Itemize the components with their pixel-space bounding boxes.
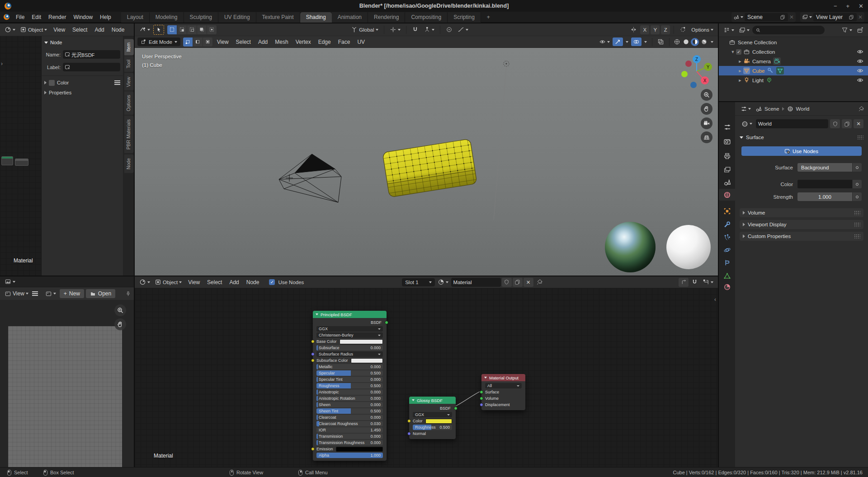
properties-tab-object[interactable]: [719, 205, 735, 217]
custom-properties-panel-header[interactable]: Custom Properties: [740, 232, 863, 241]
volume-panel-header[interactable]: Volume: [740, 208, 863, 217]
outliner-item-label[interactable]: Light: [752, 78, 764, 83]
eye-icon[interactable]: [857, 67, 863, 74]
outliner-row-scene-collection[interactable]: Scene Collection: [719, 37, 868, 47]
breadcrumb-world[interactable]: World: [796, 106, 810, 112]
camera-view-gizmo[interactable]: [701, 117, 712, 129]
ggx-row[interactable]: GGX: [413, 412, 452, 417]
pin-icon[interactable]: [534, 278, 545, 286]
properties-tab-physics[interactable]: [719, 244, 735, 256]
hdri-preview-sphere[interactable]: [605, 222, 656, 272]
overlays-toggle[interactable]: [631, 37, 642, 46]
select-extend-icon[interactable]: [177, 25, 187, 34]
editor-type-icon[interactable]: [3, 25, 17, 34]
copy-material-icon[interactable]: [513, 278, 523, 287]
workspace-tab-modeling[interactable]: Modeling: [150, 12, 184, 23]
vector-socket[interactable]: [407, 432, 411, 435]
copy-datablock-icon[interactable]: [842, 119, 852, 128]
mini-node-preview[interactable]: [15, 159, 28, 166]
outliner-item-label[interactable]: Camera: [752, 59, 771, 64]
world-browse-dropdown[interactable]: [740, 120, 754, 128]
outliner-item-label[interactable]: Collection: [752, 49, 775, 55]
select-tool-button[interactable]: [153, 25, 164, 35]
menu-file[interactable]: File: [12, 13, 28, 22]
world-name-field[interactable]: World: [756, 119, 828, 128]
sheen-tint-row[interactable]: Sheen Tint0.500: [316, 408, 383, 414]
anisotropic-rotation-row[interactable]: Anisotropic Rotation0.000: [316, 396, 383, 401]
node-label-field[interactable]: [63, 63, 120, 71]
workspace-tab-rendering[interactable]: Rendering: [368, 12, 405, 23]
wrench-icon[interactable]: [767, 67, 774, 74]
panel-expand-icon[interactable]: [44, 42, 48, 44]
eye-icon[interactable]: [857, 48, 863, 55]
mode-dropdown[interactable]: Edit Mode: [137, 37, 180, 46]
pin-icon[interactable]: [125, 291, 131, 297]
expander-icon[interactable]: ►: [737, 59, 743, 64]
node-snap-type-dropdown[interactable]: [701, 278, 715, 286]
shader-socket[interactable]: [480, 390, 483, 394]
subsurface-color-row[interactable]: Subsurface Color: [316, 358, 383, 363]
snap-settings-dropdown[interactable]: [422, 25, 436, 34]
sidebar-tab-options[interactable]: Options: [124, 91, 134, 115]
clearcoat-roughness-row[interactable]: Clearcoat Roughness0.030: [316, 421, 383, 426]
face-select-icon[interactable]: [203, 37, 212, 47]
color-expand-icon[interactable]: [44, 81, 47, 84]
outliner-filter-mode-dropdown[interactable]: [737, 26, 751, 34]
menu-node[interactable]: Node: [108, 25, 128, 34]
properties-tab-material[interactable]: [719, 281, 735, 293]
material-browse-dropdown[interactable]: [436, 278, 450, 286]
workspace-tab-animation[interactable]: Animation: [332, 12, 368, 23]
menu-add[interactable]: Add: [255, 37, 271, 47]
shading-wireframe-icon[interactable]: [673, 38, 681, 46]
node-snap-magnet-icon[interactable]: [689, 278, 700, 286]
menu-add[interactable]: Add: [226, 278, 242, 287]
pin-icon[interactable]: [858, 106, 864, 112]
sheen-row[interactable]: Sheen0.000: [316, 402, 383, 407]
roughness-row[interactable]: Roughness0.500: [413, 425, 452, 430]
sidebar-tab-pbr-materials[interactable]: PBR Materials: [124, 116, 134, 153]
select-difference-icon[interactable]: [197, 25, 207, 34]
node-glossy-bsdf[interactable]: Glossy BSDFBSDFGGXColorRoughness0.500Nor…: [409, 397, 456, 439]
workspace-tab-uv-editing[interactable]: UV Editing: [218, 12, 256, 23]
material-name-field[interactable]: Material: [451, 278, 501, 287]
options-dropdown[interactable]: Options: [689, 26, 715, 33]
expander-icon[interactable]: ►: [737, 78, 743, 83]
menu-node[interactable]: Node: [243, 278, 263, 287]
close-button[interactable]: ✕: [859, 3, 863, 9]
menu-select[interactable]: Select: [232, 37, 255, 47]
shading-dropdown[interactable]: [709, 40, 715, 44]
properties-editor-icon[interactable]: [739, 105, 753, 113]
menu-add[interactable]: Add: [91, 25, 108, 34]
select-intersect-icon[interactable]: [207, 25, 217, 34]
material-slot-dropdown[interactable]: Slot 1: [402, 278, 434, 286]
properties-tab-scene[interactable]: [719, 176, 735, 188]
color-socket[interactable]: [407, 419, 411, 423]
properties-tab-modifiers[interactable]: [719, 219, 735, 230]
image-editor-canvas[interactable]: [8, 326, 122, 467]
select-box-icon[interactable]: [167, 25, 177, 34]
menu-select[interactable]: Select: [203, 278, 226, 287]
eye-icon[interactable]: [857, 58, 863, 65]
white-preview-sphere[interactable]: [666, 225, 711, 269]
transmission-roughness-row[interactable]: Transmission Roughness0.000: [316, 440, 383, 445]
sidebar-tab-item[interactable]: Item: [124, 39, 134, 55]
mirror-x-button[interactable]: X: [640, 25, 649, 34]
xray-toggle[interactable]: [656, 37, 666, 46]
collection-checkbox[interactable]: ✓: [736, 49, 741, 55]
new-image-button[interactable]: +New: [60, 289, 84, 298]
outliner-item-label[interactable]: Scene Collection: [738, 40, 777, 45]
transmission-row[interactable]: Transmission0.000: [316, 434, 383, 439]
fake-user-shield-icon[interactable]: [502, 278, 512, 287]
maximize-button[interactable]: +: [846, 3, 850, 9]
mini-node-preview[interactable]: [1, 156, 13, 165]
expander-icon[interactable]: ▼: [730, 50, 736, 54]
color-swatch[interactable]: [49, 80, 55, 86]
outliner-display-mode-dropdown[interactable]: [722, 26, 736, 34]
light-data-icon[interactable]: [766, 77, 773, 84]
christensen-burley-row[interactable]: Christensen-Burley: [316, 332, 383, 338]
snap-magnet-icon[interactable]: [410, 25, 420, 34]
copy-icon[interactable]: [849, 14, 854, 20]
properties-tab-render[interactable]: [719, 136, 735, 147]
node-canvas[interactable]: Principled BSDFBSDFGGXChristensen-Burley…: [135, 288, 718, 467]
emission-row[interactable]: Emission: [316, 446, 383, 452]
